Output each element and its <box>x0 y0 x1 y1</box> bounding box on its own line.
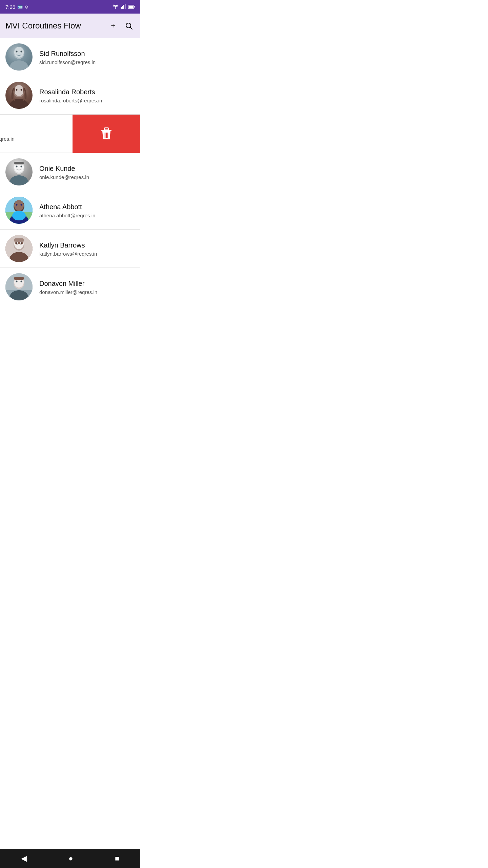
search-button[interactable] <box>123 20 135 32</box>
contact-email: katlyn.barrows@reqres.in <box>39 251 135 257</box>
svg-point-10 <box>9 60 28 71</box>
list-item[interactable]: Sid Runolfsson sid.runolfsson@reqres.in <box>0 38 140 76</box>
svg-rect-2 <box>123 5 124 9</box>
svg-rect-62 <box>14 277 24 280</box>
svg-rect-20 <box>104 128 108 130</box>
contact-name: Sid Runolfsson <box>39 49 135 58</box>
svg-point-18 <box>21 89 22 91</box>
blocked-icon: ⊘ <box>25 4 28 9</box>
time-display: 7:26 <box>5 4 15 10</box>
svg-rect-1 <box>122 6 123 9</box>
delete-background[interactable] <box>73 115 140 153</box>
contact-name: Athena Abbott <box>39 202 135 211</box>
contact-list: Sid Runolfsson sid.runolfsson@reqres.in <box>0 38 140 306</box>
contact-email: a.pagac@reqres.in <box>0 136 67 142</box>
contact-row-4[interactable]: Onie Kunde onie.kunde@reqres.in <box>0 153 140 191</box>
contact-name: ta Pagac <box>0 126 67 135</box>
contact-info: Donavon Miller donavon.miller@reqres.in <box>39 279 135 295</box>
avatar <box>5 43 33 71</box>
contact-row-5[interactable]: Athena Abbott athena.abbott@reqres.in <box>0 191 140 229</box>
list-item[interactable]: Katlyn Barrows katlyn.barrows@reqres.in <box>0 230 140 268</box>
svg-rect-5 <box>134 6 135 7</box>
svg-point-61 <box>21 281 22 282</box>
svg-rect-0 <box>121 7 122 9</box>
list-item[interactable]: Onie Kunde onie.kunde@reqres.in <box>0 153 140 191</box>
contact-row-6[interactable]: Katlyn Barrows katlyn.barrows@reqres.in <box>0 230 140 268</box>
list-item[interactable]: Rosalinda Roberts rosalinda.roberts@reqr… <box>0 76 140 115</box>
svg-point-16 <box>14 85 24 96</box>
contact-email: athena.abbott@reqres.in <box>39 213 135 218</box>
list-item[interactable]: Donavon Miller donavon.miller@reqres.in <box>0 268 140 306</box>
svg-rect-34 <box>14 162 24 164</box>
svg-point-60 <box>16 281 18 282</box>
status-bar-right <box>113 4 135 10</box>
contact-email: sid.runolfsson@reqres.in <box>39 59 135 65</box>
avatar <box>5 158 33 185</box>
contact-row-1[interactable]: Sid Runolfsson sid.runolfsson@reqres.in <box>0 38 140 76</box>
svg-rect-6 <box>129 5 134 8</box>
svg-point-29 <box>9 175 28 185</box>
svg-point-17 <box>16 89 18 91</box>
list-item-swiped[interactable]: ta Pagac a.pagac@reqres.in <box>0 115 140 153</box>
svg-point-14 <box>9 99 28 109</box>
app-bar-title: MVI Coroutines Flow <box>5 21 81 31</box>
avatar <box>5 273 33 300</box>
contact-name: Onie Kunde <box>39 164 135 173</box>
svg-point-42 <box>21 204 22 206</box>
contact-info: Rosalinda Roberts rosalinda.roberts@reqr… <box>39 87 135 103</box>
status-bar: 7:26 🪪 ⊘ <box>0 0 140 14</box>
wifi-icon <box>113 4 119 10</box>
add-button[interactable]: + <box>109 19 117 32</box>
status-bar-left: 7:26 🪪 ⊘ <box>5 4 28 10</box>
contact-name: Rosalinda Roberts <box>39 87 135 96</box>
svg-point-41 <box>16 204 18 206</box>
contact-name: Katlyn Barrows <box>39 241 135 250</box>
contact-info: ta Pagac a.pagac@reqres.in <box>0 126 67 142</box>
contact-info: Katlyn Barrows katlyn.barrows@reqres.in <box>39 241 135 257</box>
contact-info: Sid Runolfsson sid.runolfsson@reqres.in <box>39 49 135 65</box>
avatar <box>5 82 33 109</box>
avatar <box>5 197 33 224</box>
trash-icon <box>101 127 112 141</box>
contact-email: donavon.miller@reqres.in <box>39 289 135 295</box>
svg-rect-3 <box>125 4 126 9</box>
app-bar: MVI Coroutines Flow + <box>0 14 140 38</box>
svg-point-33 <box>21 166 22 167</box>
app-bar-actions: + <box>109 19 135 32</box>
svg-rect-53 <box>14 238 24 242</box>
contact-name: Donavon Miller <box>39 279 135 288</box>
contact-info: Onie Kunde onie.kunde@reqres.in <box>39 164 135 180</box>
battery-icon <box>128 4 135 10</box>
contact-info: Athena Abbott athena.abbott@reqres.in <box>39 202 135 218</box>
svg-point-11 <box>14 47 24 58</box>
svg-point-49 <box>21 242 22 244</box>
contact-row-2[interactable]: Rosalinda Roberts rosalinda.roberts@reqr… <box>0 76 140 114</box>
avatar <box>5 235 33 262</box>
svg-point-32 <box>16 166 18 167</box>
svg-point-48 <box>16 242 18 244</box>
svg-point-12 <box>16 51 18 53</box>
svg-point-43 <box>12 211 26 220</box>
contact-row-7[interactable]: Donavon Miller donavon.miller@reqres.in <box>0 268 140 306</box>
signal-icon <box>121 4 126 10</box>
contact-email: rosalinda.roberts@reqres.in <box>39 98 135 103</box>
svg-point-13 <box>21 51 22 53</box>
sim-card-icon: 🪪 <box>17 4 23 9</box>
svg-point-40 <box>14 200 24 211</box>
contact-email: onie.kunde@reqres.in <box>39 174 135 180</box>
svg-line-8 <box>130 27 133 29</box>
list-item[interactable]: Athena Abbott athena.abbott@reqres.in <box>0 191 140 230</box>
